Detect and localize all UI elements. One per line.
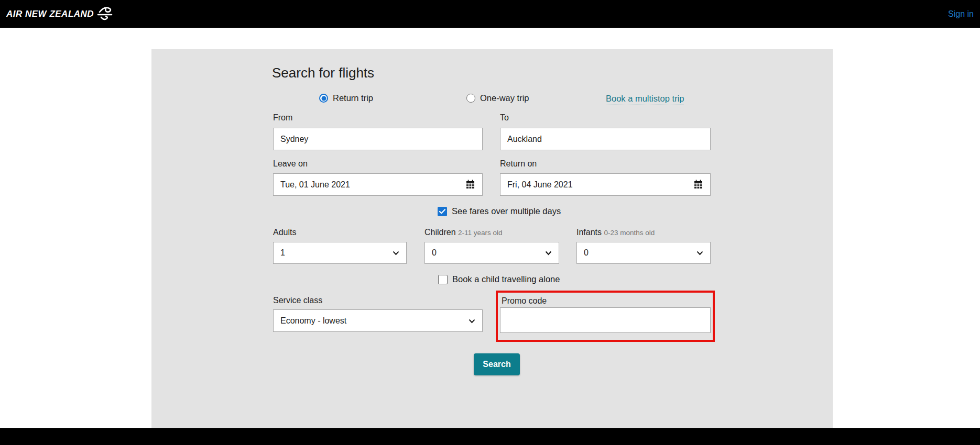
children-select[interactable]: 0	[424, 242, 559, 264]
one-way-trip-label: One-way trip	[480, 93, 529, 103]
sign-in-link[interactable]: Sign in	[948, 9, 975, 19]
trip-type-row: Return trip One-way trip Book a multisto…	[151, 93, 833, 107]
airnz-logo-text: AIR NEW ZEALAND	[6, 9, 94, 19]
leave-date-input[interactable]	[273, 173, 483, 196]
top-nav-bar: AIR NEW ZEALAND Sign in	[0, 0, 980, 28]
children-select-value: 0	[432, 248, 437, 258]
promo-code-label: Promo code	[502, 296, 547, 306]
infants-select-value: 0	[584, 248, 589, 258]
children-label: Children 2-11 years old	[424, 228, 503, 237]
multi-day-fares-checkbox[interactable]: See fares over multiple days	[438, 206, 561, 216]
return-trip-radio[interactable]: Return trip	[319, 93, 373, 103]
infants-label: Infants 0-23 months old	[576, 228, 655, 237]
book-multistop-link[interactable]: Book a multistop trip	[606, 94, 684, 105]
adults-select-value: 1	[280, 248, 285, 258]
to-label: To	[500, 113, 509, 123]
radio-selected-icon[interactable]	[319, 94, 328, 103]
footer-bar	[0, 428, 980, 445]
from-label: From	[273, 113, 292, 123]
children-age-hint: 2-11 years old	[458, 229, 503, 237]
return-calendar-icon[interactable]	[694, 180, 703, 189]
adults-select[interactable]: 1	[273, 242, 407, 264]
promo-code-input[interactable]	[500, 307, 711, 333]
from-input[interactable]	[273, 128, 483, 150]
return-trip-label: Return trip	[333, 93, 373, 103]
infants-age-hint: 0-23 months old	[604, 229, 655, 237]
chevron-down-icon	[393, 248, 399, 258]
checkmark-icon	[439, 209, 445, 214]
infants-select[interactable]: 0	[576, 242, 711, 264]
search-for-flights-card: Search for flights Return trip One-way t…	[151, 49, 833, 428]
radio-unselected-icon[interactable]	[466, 94, 475, 103]
page-title: Search for flights	[272, 65, 374, 81]
service-class-label: Service class	[273, 296, 322, 305]
search-button[interactable]: Search	[474, 353, 520, 375]
adults-label: Adults	[273, 228, 296, 237]
service-class-value: Economy - lowest	[280, 316, 346, 326]
to-input[interactable]	[500, 128, 711, 150]
one-way-trip-radio[interactable]: One-way trip	[466, 93, 529, 103]
chevron-down-icon	[545, 248, 552, 258]
leave-on-label: Leave on	[273, 159, 308, 169]
koru-logo-icon	[96, 6, 114, 23]
chevron-down-icon	[469, 316, 475, 326]
leave-calendar-icon[interactable]	[466, 180, 475, 189]
return-date-input[interactable]	[500, 173, 711, 196]
child-alone-checkbox[interactable]: Book a child travelling alone	[438, 274, 560, 284]
service-class-select[interactable]: Economy - lowest	[273, 309, 483, 332]
child-alone-label: Book a child travelling alone	[452, 274, 560, 284]
checkbox-unchecked-icon[interactable]	[438, 275, 448, 284]
chevron-down-icon	[696, 248, 703, 258]
checkbox-checked-icon[interactable]	[438, 207, 447, 216]
return-on-label: Return on	[500, 159, 537, 169]
multi-day-fares-label: See fares over multiple days	[452, 206, 561, 216]
page: AIR NEW ZEALAND Sign in Search for fligh…	[0, 0, 980, 445]
airnz-logo[interactable]: AIR NEW ZEALAND	[6, 6, 114, 23]
